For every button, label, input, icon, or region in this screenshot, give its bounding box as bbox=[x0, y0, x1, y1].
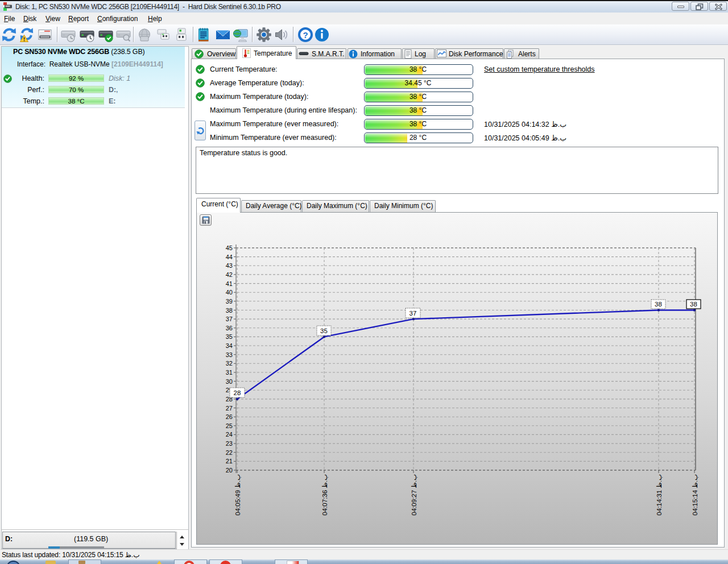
svg-text:31: 31 bbox=[226, 369, 233, 376]
svg-text:38: 38 bbox=[690, 301, 697, 308]
svg-text:28: 28 bbox=[234, 389, 241, 396]
svg-text:30: 30 bbox=[226, 378, 233, 385]
svg-text:?: ? bbox=[303, 30, 308, 40]
svg-text:20: 20 bbox=[226, 467, 233, 474]
svg-text:42: 42 bbox=[226, 271, 233, 278]
svg-text:36: 36 bbox=[226, 325, 233, 331]
svg-text:04:07:36 ب.ظ: 04:07:36 ب.ظ bbox=[321, 474, 328, 516]
svg-text:39: 39 bbox=[226, 298, 233, 305]
svg-text:04:14:31 ب.ظ: 04:14:31 ب.ظ bbox=[656, 474, 663, 516]
svg-text:38: 38 bbox=[655, 301, 662, 308]
svg-text:35: 35 bbox=[320, 327, 328, 334]
svg-text:41: 41 bbox=[226, 280, 233, 287]
svg-text:32: 32 bbox=[226, 360, 233, 367]
svg-text:24: 24 bbox=[226, 431, 233, 438]
svg-text:34: 34 bbox=[226, 342, 233, 349]
svg-text:38: 38 bbox=[226, 307, 233, 314]
svg-text:45: 45 bbox=[226, 244, 233, 251]
svg-text:43: 43 bbox=[226, 262, 233, 269]
svg-text:44: 44 bbox=[226, 254, 233, 260]
svg-text:04:09:27 ب.ظ: 04:09:27 ب.ظ bbox=[411, 474, 417, 516]
svg-text:37: 37 bbox=[410, 310, 417, 317]
svg-text:33: 33 bbox=[226, 351, 233, 358]
svg-text:35: 35 bbox=[226, 333, 233, 340]
svg-text:21: 21 bbox=[226, 458, 233, 465]
svg-text:40: 40 bbox=[226, 289, 233, 296]
svg-text:25: 25 bbox=[226, 422, 233, 429]
svg-text:26: 26 bbox=[226, 413, 233, 420]
svg-text:22: 22 bbox=[226, 449, 233, 456]
svg-text:23: 23 bbox=[226, 440, 233, 447]
svg-text:27: 27 bbox=[226, 405, 233, 412]
svg-text:37: 37 bbox=[226, 316, 233, 322]
svg-text:04:05:49 ب.ظ: 04:05:49 ب.ظ bbox=[234, 474, 241, 516]
svg-text:04:15:14 ب.ظ: 04:15:14 ب.ظ bbox=[692, 474, 698, 516]
